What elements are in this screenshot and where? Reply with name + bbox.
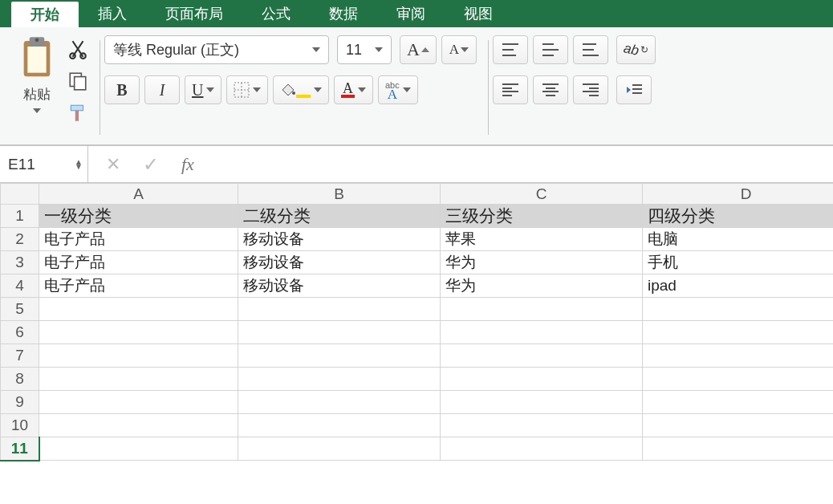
cell[interactable] <box>441 321 643 344</box>
align-left-button[interactable] <box>493 75 528 104</box>
cell[interactable]: 苹果 <box>441 228 643 251</box>
cell[interactable] <box>238 391 441 414</box>
borders-button[interactable] <box>226 75 268 104</box>
tab-home[interactable]: 开始 <box>11 2 79 27</box>
clipboard-icon[interactable] <box>14 35 59 80</box>
cell[interactable] <box>39 437 238 461</box>
font-name-select[interactable]: 等线 Regular (正文) <box>104 35 329 64</box>
tab-insert[interactable]: 插入 <box>79 0 146 27</box>
decrease-font-button[interactable]: A <box>441 35 477 64</box>
cell[interactable] <box>441 368 643 391</box>
cell[interactable] <box>643 391 834 414</box>
cell[interactable] <box>643 437 834 461</box>
cell[interactable]: 华为 <box>441 251 643 274</box>
align-center-button[interactable] <box>533 75 568 104</box>
tab-pagelayout[interactable]: 页面布局 <box>146 0 242 27</box>
tab-view[interactable]: 视图 <box>445 0 512 27</box>
font-color-button[interactable]: A <box>334 75 373 104</box>
cell[interactable] <box>643 298 834 321</box>
row-header-4[interactable]: 4 <box>1 274 39 298</box>
cell[interactable]: 三级分类 <box>441 205 643 228</box>
font-size-select[interactable]: 11 <box>337 35 392 64</box>
format-painter-icon[interactable] <box>67 103 88 124</box>
cut-icon[interactable] <box>67 39 88 59</box>
row-header-2[interactable]: 2 <box>1 228 39 251</box>
accept-formula-icon[interactable]: ✓ <box>143 153 159 176</box>
cell[interactable]: ipad <box>643 274 834 298</box>
cell[interactable] <box>39 321 238 344</box>
cell[interactable] <box>643 414 834 437</box>
name-box[interactable]: E11 ▲ ▼ <box>0 146 88 182</box>
cell[interactable] <box>643 368 834 391</box>
cell[interactable] <box>39 391 238 414</box>
cell[interactable] <box>238 414 441 437</box>
row-header-3[interactable]: 3 <box>1 251 39 274</box>
align-top-button[interactable] <box>493 35 528 64</box>
align-center-icon <box>542 83 559 96</box>
select-all-corner[interactable] <box>1 184 39 205</box>
cell[interactable] <box>441 298 643 321</box>
row-header-11[interactable]: 11 <box>1 437 39 461</box>
tab-data[interactable]: 数据 <box>310 0 377 27</box>
cell[interactable]: 电脑 <box>643 228 834 251</box>
cell[interactable] <box>39 298 238 321</box>
cell[interactable] <box>643 344 834 368</box>
row-header-9[interactable]: 9 <box>1 391 39 414</box>
cell[interactable] <box>39 368 238 391</box>
bold-button[interactable]: B <box>104 75 140 104</box>
fill-color-button[interactable] <box>273 75 329 104</box>
cell[interactable] <box>39 344 238 368</box>
row-header-7[interactable]: 7 <box>1 344 39 368</box>
tab-review[interactable]: 审阅 <box>377 0 445 27</box>
underline-button[interactable]: U <box>185 75 221 104</box>
cell[interactable]: 电子产品 <box>39 251 238 274</box>
cell[interactable]: 华为 <box>441 274 643 298</box>
cell[interactable] <box>238 321 441 344</box>
cell[interactable]: 电子产品 <box>39 228 238 251</box>
orientation-button[interactable]: ab ↻ <box>616 35 656 64</box>
cell[interactable] <box>238 298 441 321</box>
tab-formulas[interactable]: 公式 <box>242 0 310 27</box>
fx-icon[interactable]: fx <box>181 154 194 175</box>
increase-font-button[interactable]: A <box>400 35 437 64</box>
italic-button[interactable]: I <box>144 75 180 104</box>
row-header-1[interactable]: 1 <box>1 205 39 228</box>
align-bottom-button[interactable] <box>573 35 608 64</box>
col-header-C[interactable]: C <box>441 184 643 205</box>
row-header-10[interactable]: 10 <box>1 414 39 437</box>
copy-icon[interactable] <box>67 71 88 91</box>
cell[interactable] <box>441 391 643 414</box>
col-header-B[interactable]: B <box>238 184 441 205</box>
cell[interactable]: 二级分类 <box>238 205 441 228</box>
cell[interactable]: 移动设备 <box>238 251 441 274</box>
cell[interactable] <box>441 414 643 437</box>
cell[interactable] <box>441 437 643 461</box>
row-header-6[interactable]: 6 <box>1 321 39 344</box>
cell[interactable] <box>238 437 441 461</box>
paste-caret-icon[interactable] <box>33 108 41 113</box>
cell[interactable] <box>238 368 441 391</box>
cell[interactable]: 移动设备 <box>238 274 441 298</box>
name-box-spinner[interactable]: ▲ ▼ <box>75 160 83 169</box>
group-clipboard: 粘贴 <box>10 35 100 144</box>
row-header-8[interactable]: 8 <box>1 368 39 391</box>
phonetic-guide-button[interactable]: abc A <box>378 75 418 104</box>
cell[interactable]: 电子产品 <box>39 274 238 298</box>
cell[interactable]: 四级分类 <box>643 205 834 228</box>
cell[interactable] <box>643 321 834 344</box>
paint-bucket-icon <box>280 83 296 97</box>
col-header-A[interactable]: A <box>39 184 238 205</box>
cell[interactable] <box>39 414 238 437</box>
decrease-indent-button[interactable] <box>616 75 652 104</box>
cancel-formula-icon[interactable]: ✕ <box>106 154 120 175</box>
formula-input[interactable] <box>212 146 833 182</box>
cell[interactable]: 移动设备 <box>238 228 441 251</box>
col-header-D[interactable]: D <box>643 184 834 205</box>
align-middle-button[interactable] <box>533 35 568 64</box>
cell[interactable]: 手机 <box>643 251 834 274</box>
row-header-5[interactable]: 5 <box>1 298 39 321</box>
align-right-button[interactable] <box>573 75 608 104</box>
cell[interactable] <box>441 344 643 368</box>
cell[interactable]: 一级分类 <box>39 205 238 228</box>
cell[interactable] <box>238 344 441 368</box>
